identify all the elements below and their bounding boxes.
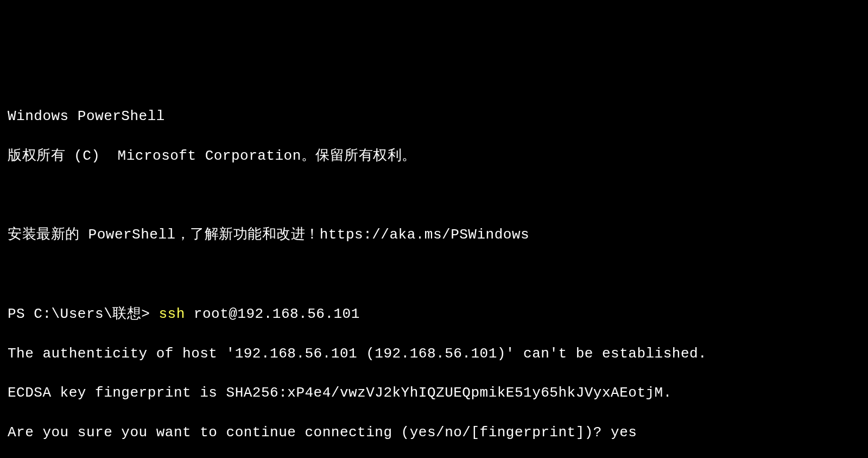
blank-line <box>8 186 860 205</box>
confirm-prompt: Are you sure you want to continue connec… <box>8 423 860 442</box>
fingerprint-line: ECDSA key fingerprint is SHA256:xP4e4/vw… <box>8 383 860 403</box>
auth-warning: The authenticity of host '192.168.56.101… <box>8 344 860 363</box>
ssh-command-line: PS C:\Users\联想> ssh root@192.168.56.101 <box>8 304 860 324</box>
ssh-command: ssh <box>159 306 185 322</box>
terminal-window[interactable]: Windows PowerShell 版权所有 (C) Microsoft Co… <box>8 87 860 458</box>
ssh-args: root@192.168.56.101 <box>185 306 360 322</box>
header-title: Windows PowerShell <box>8 106 860 126</box>
install-message: 安装最新的 PowerShell，了解新功能和改进！https://aka.ms… <box>8 225 860 244</box>
blank-line <box>8 265 860 284</box>
ps-prompt: PS C:\Users\联想> <box>8 306 159 322</box>
header-copyright: 版权所有 (C) Microsoft Corporation。保留所有权利。 <box>8 146 860 166</box>
